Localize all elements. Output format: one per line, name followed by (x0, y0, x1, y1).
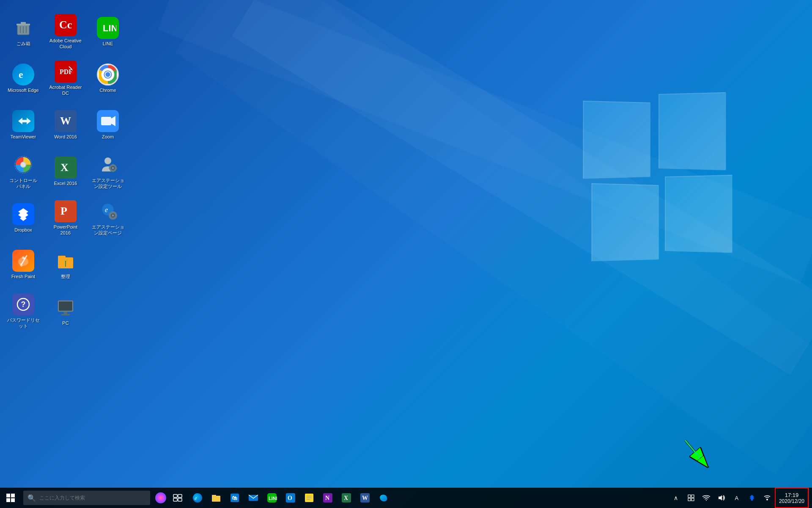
svg-rect-94 (688, 495, 691, 497)
cortana-button[interactable] (152, 488, 169, 508)
system-clock[interactable]: 17:19 2020/12/20 (775, 488, 809, 508)
task-view-button[interactable] (169, 488, 186, 508)
icon-adobe-cc[interactable]: Cc Adobe Creative Cloud (47, 8, 85, 55)
action-center-button[interactable] (683, 488, 699, 508)
svg-text:LINE: LINE (269, 496, 277, 501)
svg-rect-95 (691, 495, 694, 497)
svg-marker-98 (719, 495, 722, 500)
icon-control-panel-label: コントロール パネル (6, 177, 40, 190)
icon-seiri[interactable]: 整理 (47, 241, 85, 288)
svg-line-63 (685, 440, 708, 468)
chevron-up-icon: ∧ (674, 494, 678, 501)
icon-password-reset[interactable]: ? パスワードリセット (4, 288, 42, 334)
icon-microsoft-edge[interactable]: e Microsoft Edge (4, 55, 42, 102)
taskbar-edge[interactable]: e (188, 489, 207, 507)
taskbar-edge-new[interactable] (374, 489, 393, 507)
dropbox-tray-icon[interactable] (744, 488, 760, 508)
svg-rect-35 (116, 167, 117, 168)
svg-line-64 (685, 440, 708, 468)
icon-word-2016[interactable]: W Word 2016 (47, 102, 85, 148)
icon-powerpoint-label: PowerPoint 2016 (49, 224, 82, 236)
volume-icon[interactable] (714, 488, 729, 508)
icon-edge-label: Microsoft Edge (8, 87, 38, 93)
icon-password-reset-label: パスワードリセット (6, 317, 40, 329)
desktop-icons-container: ごみ箱 Cc Adobe Creative Cloud LINE LINE e (0, 0, 131, 343)
show-desktop-button[interactable] (809, 488, 812, 508)
icon-airstations-tool[interactable]: エアステーション設定ツール (89, 148, 127, 195)
taskbar-store[interactable]: 🛍 (225, 489, 244, 507)
icon-zoom-label: Zoom (102, 134, 114, 140)
taskbar-line[interactable]: LINE (263, 489, 281, 507)
svg-rect-69 (173, 494, 177, 497)
icon-excel-2016[interactable]: X Excel 2016 (47, 148, 85, 195)
icon-zoom[interactable]: Zoom (89, 102, 127, 148)
svg-point-18 (105, 72, 110, 77)
taskbar-word[interactable]: W (356, 489, 374, 507)
icon-fresh-paint-label: Fresh Paint (11, 273, 35, 279)
system-tray: ∧ (668, 488, 812, 508)
clock-time: 17:19 (785, 492, 799, 498)
cortana-icon (155, 492, 166, 503)
svg-rect-70 (178, 494, 182, 497)
icon-recycle-bin[interactable]: ごみ箱 (4, 8, 42, 55)
svg-rect-72 (178, 498, 182, 501)
svg-rect-75 (212, 496, 220, 502)
network-icon[interactable] (699, 488, 714, 508)
svg-text:W: W (60, 115, 71, 127)
svg-rect-33 (112, 171, 114, 172)
svg-text:W: W (362, 495, 368, 501)
svg-text:X: X (60, 161, 69, 174)
svg-point-25 (21, 163, 25, 167)
start-button[interactable] (0, 488, 21, 508)
clock-date: 2020/12/20 (779, 498, 804, 504)
icon-pc-label: PC (62, 320, 69, 326)
search-input[interactable] (39, 495, 146, 501)
taskbar-excel[interactable]: X (337, 489, 356, 507)
taskbar-pinned-apps: e 🛍 (186, 489, 668, 507)
icon-excel-label: Excel 2016 (54, 180, 77, 186)
icon-fresh-paint[interactable]: Fresh Paint (4, 241, 42, 288)
svg-line-0 (254, 0, 812, 339)
svg-rect-60 (64, 312, 67, 314)
svg-rect-68 (11, 498, 15, 502)
icon-pc[interactable]: PC (47, 288, 85, 334)
svg-text:🛍: 🛍 (232, 495, 237, 501)
icon-acrobat-label: Acrobat Reader DC (49, 84, 82, 97)
svg-rect-76 (212, 495, 216, 497)
svg-rect-5 (21, 22, 26, 24)
svg-rect-67 (6, 498, 10, 502)
svg-text:Cc: Cc (59, 19, 72, 31)
svg-text:e: e (19, 69, 23, 80)
taskbar-onenote[interactable]: N (318, 489, 337, 507)
svg-rect-53 (58, 256, 66, 258)
icon-teamviewer[interactable]: TeamViewer (4, 102, 42, 148)
icon-powerpoint-2016[interactable]: P PowerPoint 2016 (47, 195, 85, 241)
icon-chrome[interactable]: Chrome (89, 55, 127, 102)
taskbar-search-box[interactable]: 🔍 (23, 491, 150, 505)
taskbar-file-explorer[interactable] (207, 489, 225, 507)
svg-rect-34 (109, 167, 110, 168)
svg-text:PDF: PDF (60, 68, 73, 75)
icon-line[interactable]: LINE LINE (89, 8, 127, 55)
windows-logo-watermark (567, 76, 727, 254)
taskbar-sticky-notes[interactable] (300, 489, 318, 507)
icon-acrobat-reader[interactable]: PDF Acrobat Reader DC (47, 55, 85, 102)
taskbar-outlook[interactable]: O (281, 489, 300, 507)
icon-word-label: Word 2016 (54, 134, 77, 140)
icon-dropbox[interactable]: Dropbox (4, 195, 42, 241)
network2-icon[interactable] (760, 488, 775, 508)
icon-airstations-page-label: エアステーション設定ページ (91, 224, 125, 236)
icon-recycle-bin-label: ごみ箱 (16, 41, 30, 47)
icon-airstations-page[interactable]: e エアステーション設定ページ (89, 195, 127, 241)
ime-icon[interactable]: A (729, 488, 744, 508)
svg-text:?: ? (21, 300, 26, 309)
svg-point-46 (112, 214, 114, 216)
svg-rect-61 (61, 314, 70, 315)
icon-dropbox-label: Dropbox (14, 227, 32, 233)
icon-teamviewer-label: TeamViewer (11, 134, 36, 140)
taskbar: 🔍 e (0, 488, 812, 508)
svg-rect-21 (101, 117, 111, 125)
taskbar-mail[interactable] (244, 489, 263, 507)
show-hidden-icons-button[interactable]: ∧ (668, 488, 683, 508)
icon-control-panel[interactable]: コントロール パネル (4, 148, 42, 195)
